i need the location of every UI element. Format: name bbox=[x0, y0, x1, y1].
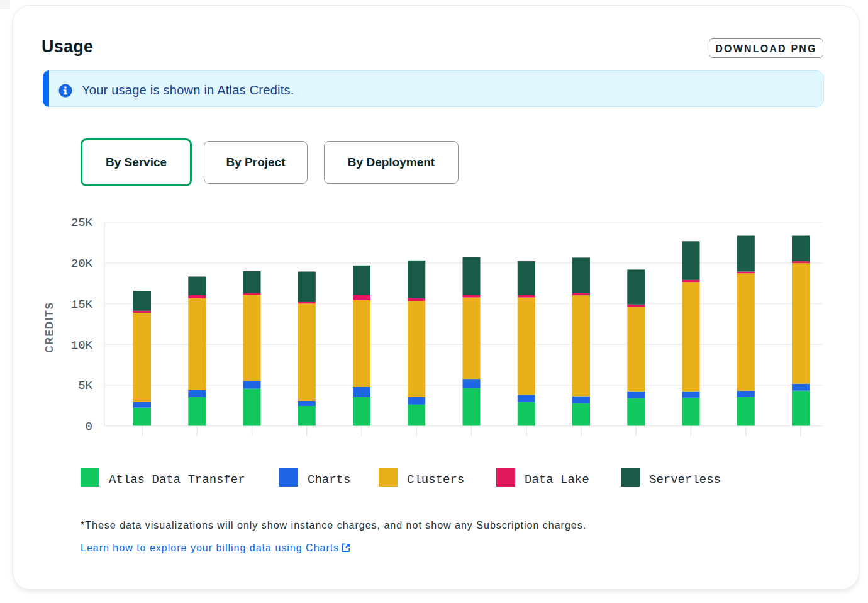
svg-text:25K: 25K bbox=[71, 216, 93, 230]
svg-text:5K: 5K bbox=[78, 379, 92, 393]
svg-text:0: 0 bbox=[86, 420, 92, 434]
svg-text:15K: 15K bbox=[71, 298, 93, 312]
svg-text:20K: 20K bbox=[71, 257, 93, 271]
svg-text:10K: 10K bbox=[71, 339, 93, 352]
